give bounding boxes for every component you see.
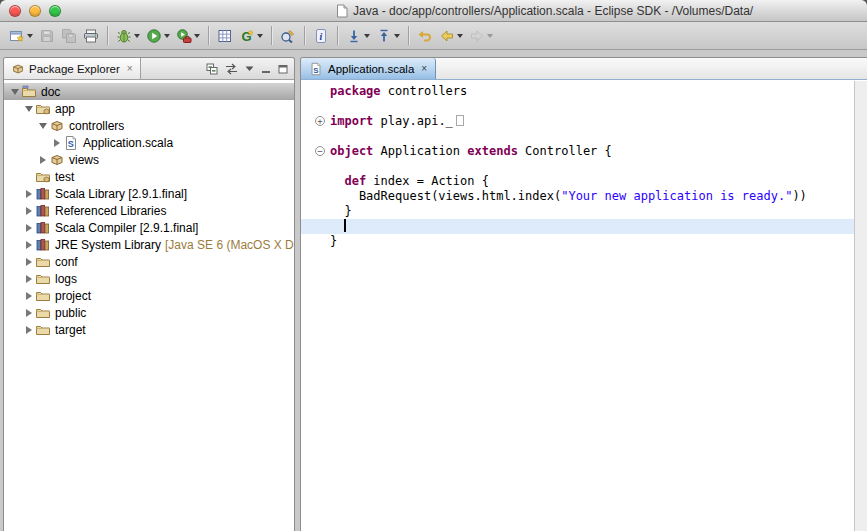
folded-region-box[interactable] (456, 115, 464, 126)
search-button[interactable] (277, 24, 299, 48)
folder-icon (35, 288, 51, 304)
minimize-button[interactable] (261, 64, 271, 74)
save-button[interactable] (36, 24, 58, 48)
fold-ruler (314, 234, 328, 249)
tree-item-label: JRE System Library (55, 238, 161, 252)
disclosure-triangle[interactable] (22, 326, 35, 334)
previous-annotation-button[interactable] (373, 24, 403, 48)
library-icon (35, 186, 51, 202)
last-edit-location-button[interactable] (414, 24, 436, 48)
tree-item-app[interactable]: app (4, 100, 294, 117)
code-editor[interactable]: package controllers+import play.api._−ob… (301, 81, 854, 531)
tree-item-label: Application.scala (83, 136, 173, 150)
tree-item-scala-library-2-9-1-final[interactable]: Scala Library [2.9.1.final] (4, 185, 294, 202)
disclosure-triangle[interactable] (22, 241, 35, 249)
debug-button[interactable] (113, 24, 143, 48)
maximize-button[interactable] (278, 64, 288, 74)
disclosure-triangle[interactable] (22, 309, 35, 317)
print-button[interactable] (80, 24, 102, 48)
tree-item-logs[interactable]: logs (4, 270, 294, 287)
minimize-button[interactable] (29, 5, 41, 17)
new-wizard-button[interactable] (6, 24, 36, 48)
code-line: BadRequest(views.html.index("Your new ap… (301, 189, 854, 204)
tree-item-conf[interactable]: conf (4, 253, 294, 270)
toolbar-separator (271, 26, 272, 45)
tree-item-label: logs (55, 272, 77, 286)
disclosure-triangle[interactable] (22, 258, 35, 266)
java-browsing-button[interactable] (214, 24, 236, 48)
view-menu-button[interactable] (245, 64, 254, 73)
tree-item-jre-system-library[interactable]: JRE System Library[Java SE 6 (MacOS X De… (4, 236, 294, 253)
disclosure-triangle[interactable] (36, 123, 49, 129)
svg-text:S: S (313, 65, 318, 74)
disclosure-triangle[interactable] (8, 89, 21, 95)
dropdown-caret-icon (257, 34, 263, 38)
disclosure-triangle[interactable] (22, 190, 35, 198)
annotation-ruler (301, 159, 314, 174)
tab-package-explorer[interactable]: Package Explorer × (4, 58, 141, 79)
tree-item-test[interactable]: test (4, 168, 294, 185)
run-external-tools-button[interactable] (173, 24, 203, 48)
tree-item-application-scala[interactable]: SApplication.scala (4, 134, 294, 151)
disclosure-triangle[interactable] (22, 292, 35, 300)
back-button[interactable] (436, 24, 466, 48)
dropdown-caret-icon (27, 34, 33, 38)
close-button[interactable] (9, 5, 21, 17)
grid-icon (217, 28, 233, 44)
disclosure-triangle[interactable] (22, 207, 35, 215)
package-explorer-panel: Package Explorer × docappcontrollersSApp… (3, 57, 295, 531)
main-toolbar: Gi (0, 22, 867, 50)
annotation-ruler (301, 114, 314, 129)
run-icon (146, 28, 162, 44)
scala-file-icon: S (63, 135, 79, 151)
code-line (301, 99, 854, 114)
next-annotation-button[interactable] (343, 24, 373, 48)
up-arrow-icon (376, 28, 392, 44)
link-with-editor-icon (225, 63, 238, 75)
tree-item-target[interactable]: target (4, 321, 294, 338)
tree-item-public[interactable]: public (4, 304, 294, 321)
titlebar[interactable]: Java - doc/app/controllers/Application.s… (0, 0, 867, 22)
close-editor-tab-button[interactable]: × (421, 64, 427, 74)
tree-item-label: app (55, 102, 75, 116)
tree-item-decoration: [Java SE 6 (MacOS X Def (165, 238, 294, 252)
disclosure-triangle[interactable] (22, 106, 35, 112)
zoom-button[interactable] (49, 5, 61, 17)
collapse-all-button[interactable] (206, 63, 218, 75)
disclosure-triangle[interactable] (50, 139, 63, 147)
tree-item-controllers[interactable]: controllers (4, 117, 294, 134)
disclosure-triangle[interactable] (36, 156, 49, 164)
traffic-lights (9, 5, 61, 17)
view-tab-label: Package Explorer (29, 63, 120, 75)
tree-item-scala-compiler-2-9-1-final[interactable]: Scala Compiler [2.9.1.final] (4, 219, 294, 236)
run-button[interactable] (143, 24, 173, 48)
new-scala-wizard-button[interactable]: G (236, 24, 266, 48)
tree-item-views[interactable]: views (4, 151, 294, 168)
close-view-button[interactable]: × (127, 64, 133, 74)
toolbar-separator (304, 26, 305, 45)
info-button[interactable]: i (310, 24, 332, 48)
folder-icon (35, 305, 51, 321)
disclosure-triangle[interactable] (22, 224, 35, 232)
annotation-ruler (301, 174, 314, 189)
disclosure-triangle[interactable] (22, 275, 35, 283)
forward-button[interactable] (466, 24, 496, 48)
annotation-ruler (301, 204, 314, 219)
tree-item-referenced-libraries[interactable]: Referenced Libraries (4, 202, 294, 219)
dropdown-caret-icon (134, 34, 140, 38)
code-line (301, 129, 854, 144)
annotation-ruler (301, 84, 314, 99)
window-title-text: Java - doc/app/controllers/Application.s… (353, 4, 753, 18)
overview-ruler[interactable] (854, 81, 867, 531)
tab-application-scala[interactable]: S Application.scala × (301, 58, 436, 79)
tree-item-project[interactable]: project (4, 287, 294, 304)
source-folder-icon (35, 169, 51, 185)
dropdown-caret-icon (394, 34, 400, 38)
editor-area: S Application.scala × package controller… (300, 57, 867, 531)
link-with-editor-button[interactable] (225, 63, 238, 75)
save-all-button[interactable] (58, 24, 80, 48)
tree-item-doc[interactable]: doc (4, 83, 294, 100)
svg-text:i: i (320, 30, 323, 41)
fold-marker-expanded[interactable]: − (315, 146, 325, 156)
fold-marker-collapsed[interactable]: + (315, 116, 325, 126)
